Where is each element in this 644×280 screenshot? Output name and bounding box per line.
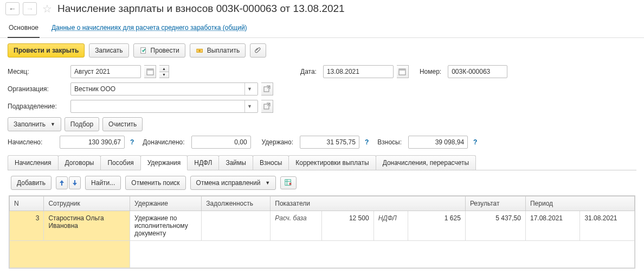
table-row[interactable]: 3 Старостина Ольга Ивановна Удержание по… (10, 211, 635, 241)
cancel-search-button[interactable]: Отменить поиск (125, 176, 185, 190)
tab-accruals[interactable]: Начисления (8, 155, 59, 170)
post-icon (139, 46, 148, 55)
cell-ind-val2[interactable]: 1 625 (408, 211, 466, 241)
col-employee[interactable]: Сотрудник (44, 196, 130, 211)
add-row-button[interactable]: Добавить (11, 176, 51, 190)
main-toolbar: Провести и закрыть Записать Провести Вып… (0, 38, 644, 63)
month-value: Август 2021 (74, 68, 110, 75)
table-settings-icon (285, 179, 292, 187)
cell-ind-label1[interactable]: Расч. база (271, 211, 322, 241)
month-calendar-button[interactable] (144, 65, 156, 78)
nav-tab-avg-data[interactable]: Данные о начислениях для расчета среднег… (50, 21, 248, 37)
cell-employee[interactable]: Старостина Ольга Ивановна (44, 211, 130, 241)
svg-rect-0 (140, 48, 145, 54)
col-period[interactable]: Период (525, 196, 634, 211)
tab-deductions[interactable]: Удержания (140, 155, 188, 170)
table-header-row: N Сотрудник Удержание Задолженность Пока… (10, 196, 635, 211)
dept-open-button[interactable] (261, 100, 273, 113)
date-calendar-button[interactable] (397, 65, 409, 78)
accrued-label: Начислено: (8, 138, 56, 146)
tab-contracts[interactable]: Договоры (58, 155, 101, 170)
find-button[interactable]: Найти... (85, 176, 121, 190)
chevron-down-icon: ▼ (244, 83, 254, 95)
pay-button[interactable]: Выплатить (190, 43, 246, 58)
table-empty-row (10, 241, 635, 268)
chevron-down-icon: ▼ (50, 122, 55, 127)
cell-deduction[interactable]: Удержание по исполнительному документу (130, 211, 202, 241)
col-debt[interactable]: Задолженность (202, 196, 271, 211)
tab-recalc[interactable]: Доначисления, перерасчеты (376, 155, 476, 170)
accrued-input[interactable]: 130 390,67 (60, 136, 125, 149)
org-input[interactable]: Вестник ООО ▼ (70, 82, 258, 96)
dept-input[interactable]: ▼ (70, 100, 258, 113)
back-button[interactable]: ← (5, 2, 20, 15)
settings-button[interactable] (280, 176, 297, 189)
contrib-help[interactable]: ? (473, 138, 477, 146)
clear-button[interactable]: Очистить (102, 117, 143, 131)
add-accrued-input[interactable]: 0,00 (191, 136, 251, 149)
cell-n[interactable]: 3 (10, 211, 44, 241)
col-indicators[interactable]: Показатели (271, 196, 466, 211)
cancel-fix-button[interactable]: Отмена исправлений ▼ (190, 176, 276, 190)
cell-period-from[interactable]: 17.08.2021 (525, 211, 579, 241)
header-bar: ← → ☆ Начисление зарплаты и взносов 003К… (0, 0, 644, 17)
org-label: Организация: (8, 85, 67, 93)
open-icon (263, 103, 271, 110)
favorite-star-icon[interactable]: ☆ (42, 2, 52, 15)
post-and-close-button[interactable]: Провести и закрыть (8, 43, 85, 58)
open-icon (263, 85, 271, 93)
accrued-help[interactable]: ? (130, 138, 134, 146)
chevron-down-icon: ▼ (265, 180, 270, 186)
pay-icon (196, 46, 204, 55)
nav-tab-main[interactable]: Основное (8, 21, 40, 38)
cell-result[interactable]: 5 437,50 (465, 211, 525, 241)
date-label: Дата: (300, 68, 317, 75)
detail-tabs: Начисления Договоры Пособия Удержания НД… (8, 155, 636, 170)
cell-debt[interactable] (202, 211, 271, 241)
contrib-label: Взносы: (377, 138, 402, 146)
tab-corrections[interactable]: Корректировки выплаты (288, 155, 376, 170)
withheld-input[interactable]: 31 575,75 (300, 136, 359, 149)
arrow-up-icon (58, 179, 66, 187)
contrib-input[interactable]: 39 098,94 (408, 136, 468, 149)
month-label: Месяц: (8, 68, 67, 75)
forward-button[interactable]: → (23, 2, 37, 15)
move-up-button[interactable] (56, 176, 68, 189)
paperclip-icon (254, 47, 262, 54)
tab-loans[interactable]: Займы (218, 155, 253, 170)
withheld-label: Удержано: (262, 138, 293, 146)
deductions-table: N Сотрудник Удержание Задолженность Пока… (9, 195, 635, 269)
select-button[interactable]: Подбор (65, 117, 99, 131)
arrow-down-icon (71, 179, 79, 187)
post-button[interactable]: Провести (133, 43, 185, 58)
save-button[interactable]: Записать (89, 43, 128, 58)
col-n[interactable]: N (10, 196, 44, 211)
svg-rect-4 (147, 69, 153, 71)
page-title: Начисление зарплаты и взносов 003К-00006… (57, 3, 345, 15)
date-input[interactable]: 13.08.2021 (323, 65, 394, 78)
tab-ndfl[interactable]: НДФЛ (187, 155, 219, 170)
svg-point-2 (198, 50, 201, 52)
tab-benefits[interactable]: Пособия (100, 155, 140, 170)
month-spinner[interactable]: ▲▼ (159, 65, 169, 78)
col-deduction[interactable]: Удержание (130, 196, 202, 211)
number-input[interactable]: 003К-000063 (448, 65, 507, 78)
withheld-help[interactable]: ? (365, 138, 369, 146)
tab-contrib[interactable]: Взносы (253, 155, 289, 170)
dept-label: Подразделение: (8, 103, 67, 110)
fill-button[interactable]: Заполнить ▼ (8, 117, 61, 131)
cell-period-to[interactable]: 31.08.2021 (580, 211, 635, 241)
add-accrued-label: Доначислено: (143, 138, 184, 146)
number-label: Номер: (420, 68, 441, 75)
nav-tabs: Основное Данные о начислениях для расчет… (0, 17, 644, 38)
attachments-button[interactable] (250, 43, 266, 58)
chevron-down-icon: ▼ (244, 100, 254, 112)
cell-ind-val1[interactable]: 12 500 (322, 211, 373, 241)
move-down-button[interactable] (69, 176, 81, 189)
col-result[interactable]: Результат (465, 196, 525, 211)
month-input-wrap[interactable]: Август 2021 (70, 65, 141, 78)
cell-ind-label2[interactable]: НДФЛ (373, 211, 408, 241)
calendar-icon (398, 68, 406, 75)
org-open-button[interactable] (261, 82, 273, 96)
sub-toolbar: Добавить Найти... Отменить поиск Отмена … (0, 170, 644, 195)
